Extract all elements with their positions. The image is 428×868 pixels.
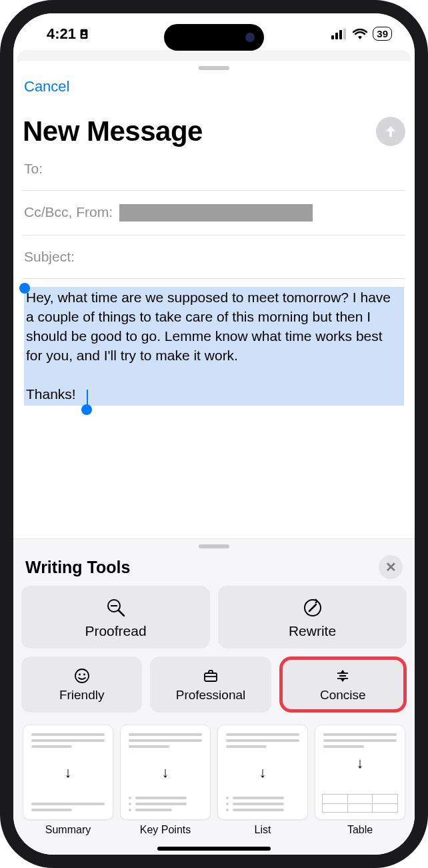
svg-rect-3 xyxy=(331,35,334,39)
proofread-label: Proofread xyxy=(85,623,146,639)
phone-frame: 4:21 39 Cancel New Message xyxy=(0,0,428,868)
briefcase-icon xyxy=(203,668,219,684)
message-body[interactable]: Hey, what time are we supposed to meet t… xyxy=(23,279,405,412)
svg-line-11 xyxy=(309,604,316,611)
key-points-card[interactable]: ↓ Key Points xyxy=(120,725,211,836)
arrow-down-icon: ↓ xyxy=(357,755,364,772)
send-button[interactable] xyxy=(376,117,405,146)
summary-card[interactable]: ↓ Summary xyxy=(23,725,113,836)
compose-title: New Message xyxy=(23,115,203,147)
concise-button[interactable]: Concise xyxy=(279,657,407,713)
smiley-icon xyxy=(74,668,90,684)
svg-line-8 xyxy=(119,610,124,616)
rewrite-button[interactable]: Rewrite xyxy=(218,586,407,648)
rewrite-icon xyxy=(303,598,323,618)
selection-handle-end[interactable] xyxy=(81,404,92,415)
subject-field[interactable]: Subject: xyxy=(23,236,405,279)
battery-indicator: 39 xyxy=(373,27,392,41)
body-paragraph: Hey, what time are we supposed to meet t… xyxy=(26,290,391,363)
svg-rect-2 xyxy=(82,35,86,37)
svg-point-13 xyxy=(79,674,81,676)
magnifier-icon xyxy=(106,598,126,618)
svg-rect-4 xyxy=(335,33,338,39)
svg-point-14 xyxy=(83,674,85,676)
id-badge-icon xyxy=(79,28,89,40)
cc-bcc-from-label: Cc/Bcc, From: xyxy=(24,204,113,220)
professional-label: Professional xyxy=(176,688,246,703)
wifi-icon xyxy=(353,29,367,39)
cancel-button[interactable]: Cancel xyxy=(23,74,71,99)
svg-point-12 xyxy=(75,669,89,683)
list-card[interactable]: ↓ List xyxy=(217,725,308,836)
arrow-down-icon: ↓ xyxy=(259,764,267,781)
concise-label: Concise xyxy=(320,688,366,703)
cellular-icon xyxy=(331,29,347,39)
svg-rect-15 xyxy=(205,673,217,681)
table-icon xyxy=(322,794,398,813)
to-label: To: xyxy=(24,161,43,176)
panel-grabber[interactable] xyxy=(199,544,229,548)
list-label: List xyxy=(255,824,271,836)
table-card[interactable]: ↓ Table xyxy=(315,725,405,836)
from-address-redacted xyxy=(119,204,313,222)
to-field[interactable]: To: xyxy=(23,147,405,191)
battery-percent: 39 xyxy=(377,28,388,39)
cc-bcc-from-field[interactable]: Cc/Bcc, From: xyxy=(23,191,405,236)
concise-icon xyxy=(335,668,351,684)
arrow-down-icon: ↓ xyxy=(65,764,72,781)
friendly-label: Friendly xyxy=(59,688,105,703)
svg-rect-5 xyxy=(339,30,342,39)
close-icon: ✕ xyxy=(385,559,397,575)
table-label: Table xyxy=(347,824,373,836)
subject-label: Subject: xyxy=(24,249,75,264)
writing-tools-title: Writing Tools xyxy=(25,558,130,577)
writing-tools-panel: Writing Tools ✕ Proofread Rewrite xyxy=(13,538,415,855)
dynamic-island xyxy=(164,24,264,51)
close-button[interactable]: ✕ xyxy=(379,555,403,579)
summary-label: Summary xyxy=(45,824,91,836)
arrow-up-icon xyxy=(383,124,398,139)
body-signoff: Thanks! xyxy=(26,386,76,402)
rewrite-label: Rewrite xyxy=(289,623,336,639)
status-time: 4:21 xyxy=(47,25,76,43)
proofread-button[interactable]: Proofread xyxy=(21,586,210,648)
sheet-grabber[interactable] xyxy=(199,66,229,70)
professional-button[interactable]: Professional xyxy=(150,657,271,713)
key-points-label: Key Points xyxy=(140,824,191,836)
arrow-down-icon: ↓ xyxy=(162,764,169,781)
svg-point-1 xyxy=(83,31,85,34)
svg-rect-6 xyxy=(343,29,346,39)
home-indicator[interactable] xyxy=(157,847,271,851)
friendly-button[interactable]: Friendly xyxy=(21,657,142,713)
compose-sheet: Cancel New Message To: Cc/Bcc, From: Sub… xyxy=(13,61,415,538)
selected-text[interactable]: Hey, what time are we supposed to meet t… xyxy=(24,287,404,406)
